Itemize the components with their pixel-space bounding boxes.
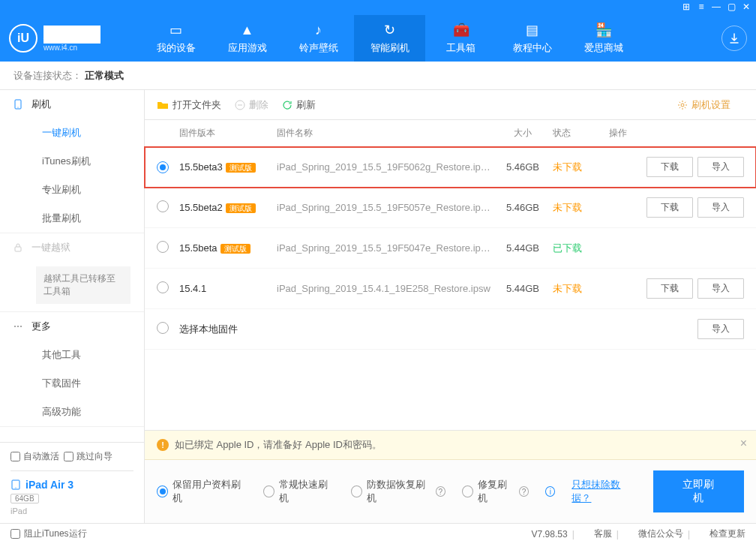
option-repair[interactable]: 修复刷机? xyxy=(462,478,529,505)
import-button[interactable]: 导入 xyxy=(698,278,744,299)
support-link[interactable]: 客服 xyxy=(594,527,612,540)
auto-activate-checkbox[interactable]: 自动激活 xyxy=(10,450,59,463)
help-icon[interactable]: ? xyxy=(519,486,529,497)
download-button[interactable]: 下载 xyxy=(646,278,693,299)
notice-bar: ! 如已绑定 Apple ID，请准备好 Apple ID和密码。 × xyxy=(145,431,756,460)
row-radio[interactable] xyxy=(157,322,169,334)
sidebar: 刷机 一键刷机iTunes刷机专业刷机批量刷机 一键越狱 越狱工具已转移至工具箱… xyxy=(0,90,145,523)
table-row[interactable]: 15.5beta3测试版 iPad_Spring_2019_15.5_19F50… xyxy=(145,147,756,188)
device-type: iPad xyxy=(10,506,134,515)
fw-settings-button[interactable]: 刷机设置 xyxy=(677,98,730,112)
nav-tab-5[interactable]: ▤教程中心 xyxy=(496,15,568,62)
file-name: iPad_Spring_2019_15.5_19F5062g_Restore.i… xyxy=(277,161,490,173)
row-radio[interactable] xyxy=(157,200,169,212)
sidebar-sub-0[interactable]: 一键刷机 xyxy=(0,119,144,147)
file-size: 5.46GB xyxy=(493,202,553,213)
logo[interactable]: iU 爱思助手 www.i4.cn xyxy=(9,24,125,53)
row-radio[interactable] xyxy=(157,281,169,293)
import-button[interactable]: 导入 xyxy=(698,197,744,218)
svg-point-5 xyxy=(20,326,22,327)
import-button[interactable]: 导入 xyxy=(698,157,744,177)
sidebar-more-0[interactable]: 其他工具 xyxy=(0,341,144,369)
check-update-link[interactable]: 检查更新 xyxy=(710,527,746,540)
notice-close-button[interactable]: × xyxy=(740,437,747,450)
close-button[interactable]: ✕ xyxy=(741,2,752,12)
titlebar-grid-icon[interactable]: ⊞ xyxy=(681,2,692,12)
option-anti-recovery[interactable]: 防数据恢复刷机? xyxy=(351,478,446,505)
nav-icon: ▲ xyxy=(239,22,256,38)
nav-icon: ▭ xyxy=(168,22,184,38)
app-domain: www.i4.cn xyxy=(44,44,100,52)
sidebar-item-label: 更多 xyxy=(32,320,51,332)
status-bar: 设备连接状态： 正常模式 xyxy=(0,62,756,90)
nav-tab-3[interactable]: ↻智能刷机 xyxy=(354,15,425,62)
nav-label: 我的设备 xyxy=(157,41,196,55)
sidebar-item-more[interactable]: 更多 xyxy=(0,312,144,341)
nav-tab-6[interactable]: 🏪爱思商城 xyxy=(568,15,639,62)
version-text: 15.5beta xyxy=(179,242,218,254)
sidebar-sub-1[interactable]: iTunes刷机 xyxy=(0,147,144,176)
svg-point-3 xyxy=(14,326,16,327)
nav-tab-2[interactable]: ♪铃声壁纸 xyxy=(283,15,354,62)
header-version: 固件版本 xyxy=(179,127,277,140)
info-icon[interactable]: i xyxy=(545,486,555,497)
sidebar-item-label: 一键越狱 xyxy=(32,242,70,253)
nav-tab-4[interactable]: 🧰工具箱 xyxy=(425,15,496,62)
table-row[interactable]: 选择本地固件 导入 xyxy=(145,309,756,350)
sidebar-more-2[interactable]: 高级功能 xyxy=(0,398,144,426)
file-name: iPad_Spring_2019_15.5_19F5047e_Restore.i… xyxy=(277,242,490,254)
row-radio[interactable] xyxy=(157,161,169,173)
beta-tag: 测试版 xyxy=(220,244,250,254)
help-icon[interactable]: ? xyxy=(436,486,446,497)
svg-point-9 xyxy=(681,104,684,107)
file-size: 5.46GB xyxy=(493,161,553,173)
nav-icon: 🏪 xyxy=(596,22,612,38)
nav-tab-0[interactable]: ▭我的设备 xyxy=(140,15,212,62)
flash-now-button[interactable]: 立即刷机 xyxy=(653,470,744,512)
erase-link[interactable]: 只想抹除数据？ xyxy=(572,478,636,505)
open-folder-button[interactable]: 打开文件夹 xyxy=(157,98,221,112)
options-row: 保留用户资料刷机 常规快速刷机 防数据恢复刷机? 修复刷机? i 只想抹除数据？… xyxy=(145,460,756,523)
nav-icon: ♪ xyxy=(310,22,327,38)
skip-guide-checkbox[interactable]: 跳过向导 xyxy=(64,450,112,463)
nav-label: 铃声壁纸 xyxy=(299,41,338,55)
status-label: 设备连接状态： xyxy=(14,69,82,83)
option-normal[interactable]: 常规快速刷机 xyxy=(263,478,334,505)
nav-icon: ▤ xyxy=(524,22,541,38)
sidebar-item-flash[interactable]: 刷机 xyxy=(0,90,144,119)
device-name[interactable]: iPad Air 3 xyxy=(10,479,134,491)
wechat-link[interactable]: 微信公众号 xyxy=(638,527,683,540)
beta-tag: 测试版 xyxy=(226,203,256,213)
table-row[interactable]: 15.5beta测试版 iPad_Spring_2019_15.5_19F504… xyxy=(145,228,756,269)
minimize-button[interactable]: — xyxy=(711,2,722,12)
table-row[interactable]: 15.4.1 iPad_Spring_2019_15.4.1_19E258_Re… xyxy=(145,269,756,309)
sidebar-more-1[interactable]: 下载固件 xyxy=(0,369,144,398)
status-text: 未下载 xyxy=(553,161,609,174)
header-action: 操作 xyxy=(609,127,744,140)
sidebar-sub-2[interactable]: 专业刷机 xyxy=(0,176,144,204)
status-text: 已下载 xyxy=(553,242,609,255)
nav-icon: ↻ xyxy=(382,22,398,38)
beta-tag: 测试版 xyxy=(226,163,256,173)
version-text: 15.5beta2 xyxy=(179,202,223,213)
titlebar-menu-icon[interactable]: ≡ xyxy=(696,2,706,12)
jailbreak-note: 越狱工具已转移至工具箱 xyxy=(36,266,130,304)
import-button[interactable]: 导入 xyxy=(698,319,744,339)
svg-point-4 xyxy=(17,326,19,327)
sidebar-sub-3[interactable]: 批量刷机 xyxy=(0,204,144,233)
block-itunes-checkbox[interactable]: 阻止iTunes运行 xyxy=(10,527,87,540)
option-keep-data[interactable]: 保留用户资料刷机 xyxy=(157,478,247,505)
row-radio[interactable] xyxy=(157,241,169,253)
download-button[interactable]: 下载 xyxy=(646,197,693,218)
nav-label: 工具箱 xyxy=(446,41,476,55)
maximize-button[interactable]: ▢ xyxy=(726,2,736,12)
header-size: 大小 xyxy=(493,127,553,140)
nav-icon: 🧰 xyxy=(453,22,470,38)
table-row[interactable]: 15.5beta2测试版 iPad_Spring_2019_15.5_19F50… xyxy=(145,188,756,228)
nav-tab-1[interactable]: ▲应用游戏 xyxy=(212,15,283,62)
refresh-button[interactable]: 刷新 xyxy=(282,98,316,112)
app-name: 爱思助手 xyxy=(44,26,100,44)
download-button[interactable]: 下载 xyxy=(646,157,693,177)
header-download-button[interactable] xyxy=(722,26,747,51)
version-text: 选择本地固件 xyxy=(179,323,238,335)
